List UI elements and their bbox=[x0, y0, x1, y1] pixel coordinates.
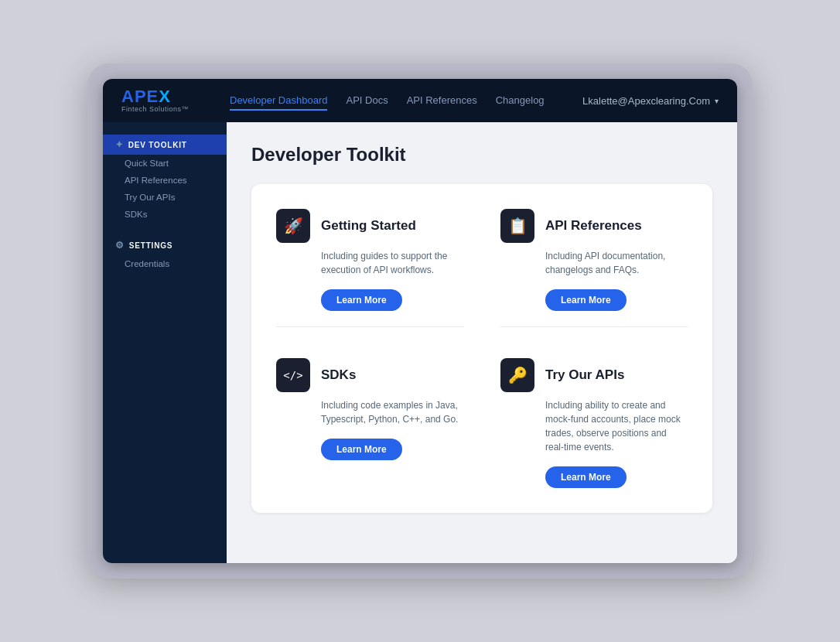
cards-grid: 🚀 Getting Started Including guides to su… bbox=[276, 209, 688, 488]
sidebar-item-sdks[interactable]: SDKs bbox=[103, 206, 227, 223]
card-api-references-description: Including API documentation, changelogs … bbox=[545, 249, 688, 277]
card-api-references-title: API References bbox=[545, 218, 642, 234]
code-icon: </> bbox=[276, 358, 310, 392]
card-try-our-apis-title: Try Our APIs bbox=[545, 367, 624, 383]
nav-links: Developer Dashboard API Docs API Referen… bbox=[230, 91, 558, 111]
sidebar-section-dev-toolkit: ✦ Dev Toolkit Quick Start API References… bbox=[103, 135, 227, 223]
content-area: Developer Toolkit 🚀 Getting Started Incl… bbox=[227, 122, 737, 563]
toolkit-icon: ✦ bbox=[115, 139, 124, 150]
sidebar-section-label-settings: Settings bbox=[129, 241, 172, 250]
sidebar-section-header-dev-toolkit[interactable]: ✦ Dev Toolkit bbox=[103, 135, 227, 155]
logo-name-part1: APE bbox=[121, 87, 159, 106]
sidebar-item-api-references[interactable]: API References bbox=[103, 172, 227, 189]
learn-more-try-our-apis-button[interactable]: Learn More bbox=[545, 466, 627, 488]
sidebar-section-settings: ⚙ Settings Credentials bbox=[103, 235, 227, 272]
card-try-our-apis-header: 🔑 Try Our APIs bbox=[500, 358, 688, 392]
rocket-icon: 🚀 bbox=[276, 209, 310, 243]
key-icon: 🔑 bbox=[500, 358, 534, 392]
card-sdks: </> SDKs Including code examples in Java… bbox=[276, 358, 463, 488]
nav-link-api-references[interactable]: API References bbox=[407, 91, 477, 111]
sidebar-item-credentials[interactable]: Credentials bbox=[103, 255, 227, 272]
nav-link-developer-dashboard[interactable]: Developer Dashboard bbox=[230, 91, 327, 111]
sidebar-item-try-our-apis[interactable]: Try Our APIs bbox=[103, 189, 227, 206]
card-api-references: 📋 API References Including API documenta… bbox=[500, 209, 688, 327]
user-email: Lkalette@Apexclearing.Com bbox=[582, 95, 710, 107]
chevron-down-icon: ▾ bbox=[715, 97, 719, 105]
card-sdks-header: </> SDKs bbox=[276, 358, 463, 392]
card-sdks-description: Including code examples in Java, Typescr… bbox=[321, 398, 463, 426]
device-frame: APEX Fintech Solutions™ Developer Dashbo… bbox=[87, 63, 753, 579]
logo-text: APEX bbox=[121, 88, 199, 105]
logo: APEX Fintech Solutions™ bbox=[121, 88, 199, 113]
card-api-references-header: 📋 API References bbox=[500, 209, 688, 243]
card-sdks-title: SDKs bbox=[321, 367, 356, 383]
sidebar-section-label-dev-toolkit: Dev Toolkit bbox=[128, 141, 187, 149]
user-menu[interactable]: Lkalette@Apexclearing.Com ▾ bbox=[582, 95, 719, 107]
logo-x: X bbox=[159, 87, 171, 106]
card-getting-started-title: Getting Started bbox=[321, 218, 416, 234]
gear-icon: ⚙ bbox=[115, 240, 125, 251]
nav-link-api-docs[interactable]: API Docs bbox=[346, 91, 388, 111]
cards-container: 🚀 Getting Started Including guides to su… bbox=[251, 184, 712, 513]
sidebar: ✦ Dev Toolkit Quick Start API References… bbox=[103, 122, 227, 563]
learn-more-getting-started-button[interactable]: Learn More bbox=[321, 289, 402, 311]
card-getting-started-header: 🚀 Getting Started bbox=[276, 209, 463, 243]
logo-tagline: Fintech Solutions™ bbox=[121, 105, 199, 113]
card-try-our-apis-description: Including ability to create and mock-fun… bbox=[545, 398, 688, 454]
card-try-our-apis: 🔑 Try Our APIs Including ability to crea… bbox=[500, 358, 688, 488]
card-getting-started-description: Including guides to support the executio… bbox=[321, 249, 463, 277]
page-title: Developer Toolkit bbox=[251, 144, 712, 166]
browser-window: APEX Fintech Solutions™ Developer Dashbo… bbox=[103, 79, 737, 563]
card-getting-started: 🚀 Getting Started Including guides to su… bbox=[276, 209, 463, 327]
main-layout: ✦ Dev Toolkit Quick Start API References… bbox=[103, 122, 737, 563]
learn-more-api-references-button[interactable]: Learn More bbox=[545, 289, 627, 311]
top-nav: APEX Fintech Solutions™ Developer Dashbo… bbox=[103, 79, 737, 122]
learn-more-sdks-button[interactable]: Learn More bbox=[321, 439, 402, 460]
sidebar-section-header-settings[interactable]: ⚙ Settings bbox=[103, 235, 227, 255]
sidebar-item-quick-start[interactable]: Quick Start bbox=[103, 155, 227, 172]
clipboard-check-icon: 📋 bbox=[500, 209, 534, 243]
nav-link-changelog[interactable]: Changelog bbox=[496, 91, 545, 111]
